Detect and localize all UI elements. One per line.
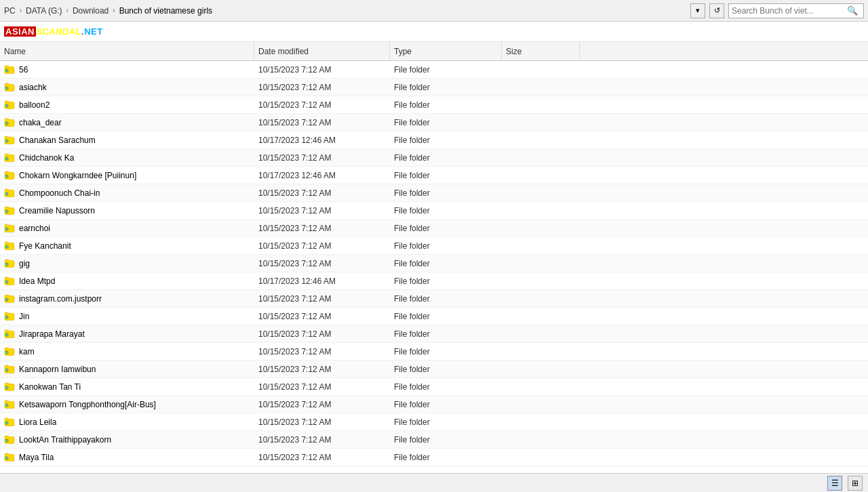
folder-icon (4, 399, 15, 410)
file-name-cell: chaka_dear (0, 117, 254, 128)
view-large-button[interactable]: ⊞ (848, 476, 863, 491)
file-name-cell: Chokarn Wongkarndee [Puiinun] (0, 170, 254, 181)
table-row[interactable]: Chokarn Wongkarndee [Puiinun] 10/17/2023… (0, 167, 868, 184)
file-date: 10/15/2023 7:12 AM (254, 118, 390, 127)
folder-icon (4, 452, 15, 463)
search-input[interactable] (732, 6, 847, 16)
file-name-cell: LooktAn Traithippayakorn (0, 434, 254, 445)
file-type: File folder (390, 417, 502, 427)
file-name: earnchoi (19, 224, 50, 233)
file-name-cell: Chompoonuch Chai-in (0, 188, 254, 199)
table-row[interactable]: 56 10/15/2023 7:12 AM File folder (0, 61, 868, 79)
breadcrumb-dropdown-button[interactable]: ▾ (690, 3, 705, 18)
column-headers: Name Date modified Type Size (0, 42, 868, 61)
col-header-name[interactable]: Name (0, 42, 254, 60)
table-row[interactable]: earnchoi 10/15/2023 7:12 AM File folder (0, 220, 868, 237)
file-name: Chanakan Sarachum (19, 136, 96, 145)
file-name: Chompoonuch Chai-in (19, 188, 100, 198)
file-name: Chokarn Wongkarndee [Puiinun] (19, 171, 136, 180)
table-row[interactable]: Kanokwan Tan Ti 10/15/2023 7:12 AM File … (0, 378, 868, 396)
folder-icon (4, 311, 15, 322)
table-row[interactable]: Ketsawaporn Tongphonthong[Air-Bus] 10/15… (0, 396, 868, 413)
file-name-cell: Chanakan Sarachum (0, 135, 254, 146)
logo-net: NET (84, 26, 103, 37)
file-date: 10/15/2023 7:12 AM (254, 100, 390, 110)
file-name: Fye Kanchanit (19, 241, 71, 251)
table-row[interactable]: chaka_dear 10/15/2023 7:12 AM File folde… (0, 114, 868, 131)
folder-icon (4, 434, 15, 445)
file-type: File folder (390, 100, 502, 110)
file-type: File folder (390, 153, 502, 163)
folder-icon (4, 100, 15, 110)
title-bar-right: ▾ ↺ 🔍 (690, 3, 864, 18)
folder-icon (4, 188, 15, 199)
table-row[interactable]: gig 10/15/2023 7:12 AM File folder (0, 255, 868, 272)
table-row[interactable]: Chanakan Sarachum 10/17/2023 12:46 AM Fi… (0, 131, 868, 149)
file-type: File folder (390, 382, 502, 392)
file-date: 10/15/2023 7:12 AM (254, 241, 390, 251)
file-date: 10/15/2023 7:12 AM (254, 400, 390, 409)
table-row[interactable]: instagram.com.justporr 10/15/2023 7:12 A… (0, 290, 868, 308)
title-bar: PC › DATA (G:) › Download › Bunch of vie… (0, 0, 868, 22)
table-row[interactable]: Chompoonuch Chai-in 10/15/2023 7:12 AM F… (0, 184, 868, 202)
col-header-extra (580, 42, 868, 60)
table-row[interactable]: Kannaporn Iamwibun 10/15/2023 7:12 AM Fi… (0, 361, 868, 378)
breadcrumb-pc[interactable]: PC (4, 6, 16, 16)
file-name: balloon2 (19, 100, 50, 110)
file-name: instagram.com.justporr (19, 294, 102, 304)
folder-icon (4, 82, 15, 93)
file-name-cell: gig (0, 258, 254, 269)
breadcrumb-data[interactable]: DATA (G:) (26, 6, 62, 16)
logo-scandal: SCANDAL (36, 26, 81, 37)
refresh-button[interactable]: ↺ (709, 3, 724, 18)
file-name-cell: Idea Mtpd (0, 276, 254, 287)
col-header-type[interactable]: Type (390, 42, 502, 60)
col-header-size[interactable]: Size (502, 42, 580, 60)
table-row[interactable]: kam 10/15/2023 7:12 AM File folder (0, 343, 868, 361)
file-name-cell: Jin (0, 311, 254, 322)
file-type: File folder (390, 276, 502, 286)
file-date: 10/15/2023 7:12 AM (254, 65, 390, 75)
search-box: 🔍 (728, 3, 864, 18)
file-name-cell: kam (0, 346, 254, 357)
table-row[interactable]: Fye Kanchanit 10/15/2023 7:12 AM File fo… (0, 237, 868, 255)
file-date: 10/15/2023 7:12 AM (254, 153, 390, 163)
breadcrumb-arrow-3: › (113, 7, 115, 14)
file-name-cell: Kanokwan Tan Ti (0, 382, 254, 392)
folder-icon (4, 205, 15, 216)
col-header-date[interactable]: Date modified (254, 42, 390, 60)
table-row[interactable]: Maya Tila 10/15/2023 7:12 AM File folder (0, 449, 868, 466)
table-row[interactable]: Chidchanok Ka 10/15/2023 7:12 AM File fo… (0, 149, 868, 167)
file-date: 10/15/2023 7:12 AM (254, 417, 390, 427)
table-row[interactable]: Idea Mtpd 10/17/2023 12:46 AM File folde… (0, 272, 868, 290)
file-date: 10/15/2023 7:12 AM (254, 435, 390, 445)
file-type: File folder (390, 65, 502, 75)
folder-icon (4, 276, 15, 287)
table-row[interactable]: Liora Leila 10/15/2023 7:12 AM File fold… (0, 413, 868, 431)
folder-icon (4, 152, 15, 163)
table-row[interactable]: Creamilie Napussorn 10/15/2023 7:12 AM F… (0, 202, 868, 220)
folder-icon (4, 258, 15, 269)
view-details-button[interactable]: ☰ (827, 476, 842, 491)
file-name: Ketsawaporn Tongphonthong[Air-Bus] (19, 400, 156, 409)
file-name-cell: earnchoi (0, 223, 254, 234)
file-type: File folder (390, 118, 502, 127)
logo-bar: ASIANSCANDAL.NET (0, 22, 868, 42)
folder-icon (4, 364, 15, 375)
file-type: File folder (390, 206, 502, 216)
file-date: 10/15/2023 7:12 AM (254, 188, 390, 198)
breadcrumb-arrow-2: › (66, 7, 68, 14)
breadcrumb-download[interactable]: Download (73, 6, 108, 16)
file-type: File folder (390, 435, 502, 445)
file-date: 10/17/2023 12:46 AM (254, 136, 390, 145)
table-row[interactable]: LooktAn Traithippayakorn 10/15/2023 7:12… (0, 431, 868, 449)
pc-label: PC (4, 6, 16, 16)
file-name-cell: Maya Tila (0, 452, 254, 463)
table-row[interactable]: balloon2 10/15/2023 7:12 AM File folder (0, 96, 868, 114)
file-name-cell: Fye Kanchanit (0, 241, 254, 251)
search-icon[interactable]: 🔍 (847, 5, 858, 16)
table-row[interactable]: Jin 10/15/2023 7:12 AM File folder (0, 308, 868, 325)
table-row[interactable]: Jiraprapa Marayat 10/15/2023 7:12 AM Fil… (0, 325, 868, 343)
folder-icon (4, 170, 15, 181)
table-row[interactable]: asiachk 10/15/2023 7:12 AM File folder (0, 79, 868, 96)
